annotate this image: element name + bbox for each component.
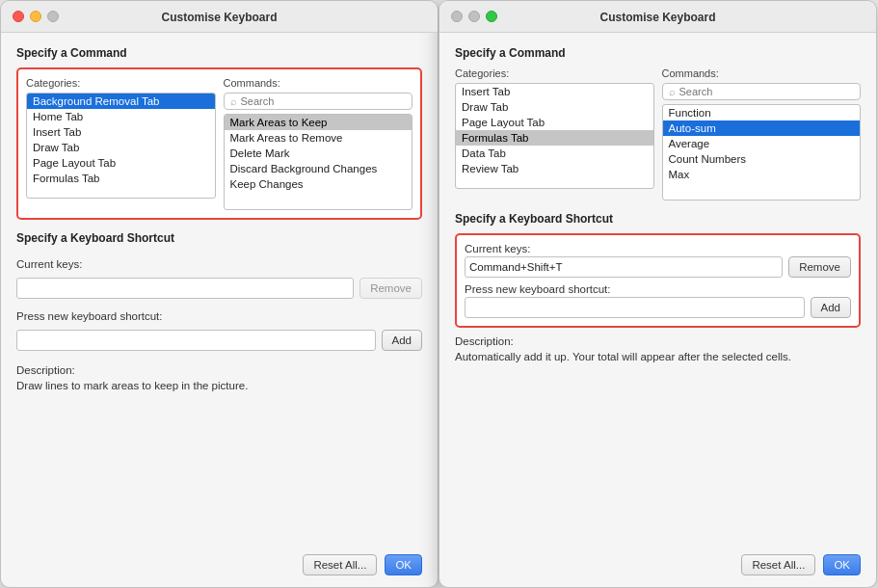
- right-categories-col: Categories: Insert Tab Draw Tab Page Lay…: [455, 67, 654, 200]
- left-commands-col: Commands: ⌕ Mark Areas to Keep Mark Area…: [224, 77, 413, 210]
- right-dialog-body: Specify a Command Categories: Insert Tab…: [439, 33, 876, 547]
- left-categories-col: Categories: Background Removal Tab Home …: [26, 77, 216, 210]
- left-search-box[interactable]: ⌕: [224, 93, 413, 110]
- right-command-item-2[interactable]: Average: [663, 136, 861, 151]
- left-specify-command-label: Specify a Command: [16, 46, 422, 60]
- right-maximize-button[interactable]: [486, 11, 497, 22]
- left-reset-button[interactable]: Reset All...: [303, 554, 377, 575]
- right-command-item-4[interactable]: Max: [663, 167, 861, 182]
- left-ok-button[interactable]: OK: [385, 554, 422, 575]
- right-command-item-1[interactable]: Auto-sum: [663, 120, 861, 136]
- right-ok-button[interactable]: OK: [823, 554, 861, 575]
- right-description-area: Description: Automatically add it up. Yo…: [455, 335, 861, 364]
- right-category-item-2[interactable]: Page Layout Tab: [456, 115, 653, 130]
- left-command-grid: Categories: Background Removal Tab Home …: [26, 77, 412, 210]
- right-commands-col: Commands: ⌕ Function Auto-sum Average Co…: [662, 67, 862, 200]
- right-specify-command-section: Specify a Command Categories: Insert Tab…: [455, 46, 861, 200]
- left-description-text: Draw lines to mark areas to keep in the …: [16, 378, 422, 393]
- left-command-item-2[interactable]: Delete Mark: [225, 146, 412, 161]
- left-category-item-5[interactable]: Formulas Tab: [27, 171, 215, 186]
- left-description-label: Description:: [16, 364, 422, 376]
- right-add-button[interactable]: Add: [811, 297, 851, 318]
- right-commands-label: Commands:: [662, 67, 862, 79]
- left-current-keys-input[interactable]: [16, 278, 354, 299]
- left-dialog: Customise Keyboard Specify a Command Cat…: [0, 0, 439, 588]
- left-commands-list[interactable]: Mark Areas to Keep Mark Areas to Remove …: [224, 114, 413, 210]
- left-search-input[interactable]: [241, 95, 407, 107]
- right-remove-button[interactable]: Remove: [788, 256, 851, 278]
- right-command-grid: Categories: Insert Tab Draw Tab Page Lay…: [455, 67, 861, 200]
- right-categories-list[interactable]: Insert Tab Draw Tab Page Layout Tab Form…: [455, 83, 654, 189]
- left-command-item-4[interactable]: Keep Changes: [225, 176, 412, 192]
- left-remove-button[interactable]: Remove: [359, 278, 422, 299]
- right-description-label: Description:: [455, 335, 861, 347]
- right-press-new-label: Press new keyboard shortcut:: [465, 283, 851, 295]
- right-shortcut-title: Specify a Keyboard Shortcut: [455, 212, 861, 226]
- left-dialog-title: Customise Keyboard: [161, 11, 277, 24]
- left-footer: Reset All... OK: [1, 547, 438, 587]
- right-dialog-title: Customise Keyboard: [599, 11, 715, 24]
- left-category-item-3[interactable]: Draw Tab: [27, 140, 215, 155]
- left-shortcut-section: Specify a Keyboard Shortcut Current keys…: [16, 231, 422, 393]
- right-description-text: Automatically add it up. Your total will…: [455, 349, 861, 364]
- right-command-item-0[interactable]: Function: [663, 105, 861, 120]
- right-command-item-3[interactable]: Count Numbers: [663, 151, 861, 167]
- right-category-item-3[interactable]: Formulas Tab: [456, 130, 653, 146]
- right-minimize-button[interactable]: [468, 11, 480, 22]
- right-category-item-4[interactable]: Data Tab: [456, 146, 653, 161]
- right-specify-command-box: Categories: Insert Tab Draw Tab Page Lay…: [455, 67, 861, 200]
- left-command-item-3[interactable]: Discard Background Changes: [225, 161, 412, 176]
- left-command-item-1[interactable]: Mark Areas to Remove: [225, 130, 412, 146]
- right-press-new-input[interactable]: [465, 297, 805, 318]
- right-search-box[interactable]: ⌕: [662, 83, 862, 100]
- left-categories-label: Categories:: [26, 77, 216, 89]
- left-titlebar: Customise Keyboard: [1, 1, 438, 33]
- right-categories-label: Categories:: [455, 67, 654, 79]
- left-add-button[interactable]: Add: [382, 330, 422, 351]
- left-search-icon: ⌕: [230, 95, 237, 107]
- left-press-new-row: Add: [16, 330, 422, 351]
- right-reset-button[interactable]: Reset All...: [741, 554, 815, 575]
- left-traffic-lights: [13, 11, 59, 22]
- left-maximize-button[interactable]: [47, 11, 59, 22]
- right-traffic-lights: [451, 11, 497, 22]
- left-category-item-4[interactable]: Page Layout Tab: [27, 155, 215, 171]
- right-current-keys-input[interactable]: [465, 256, 783, 278]
- right-search-input[interactable]: [679, 86, 855, 97]
- right-shortcut-box: Current keys: Remove Press new keyboard …: [455, 233, 861, 328]
- left-commands-label: Commands:: [224, 77, 413, 89]
- right-category-item-0[interactable]: Insert Tab: [456, 84, 653, 99]
- right-search-icon: ⌕: [669, 86, 676, 97]
- left-press-new-input[interactable]: [16, 330, 376, 351]
- left-press-new-label: Press new keyboard shortcut:: [16, 310, 422, 322]
- right-commands-list[interactable]: Function Auto-sum Average Count Numbers …: [662, 104, 862, 200]
- left-specify-command-box: Categories: Background Removal Tab Home …: [16, 67, 422, 220]
- right-specify-command-label: Specify a Command: [455, 46, 861, 60]
- right-current-keys-row: Remove: [465, 256, 851, 278]
- left-minimize-button[interactable]: [30, 11, 41, 22]
- left-specify-command-section: Specify a Command Categories: Background…: [16, 46, 422, 220]
- right-close-button[interactable]: [451, 11, 463, 22]
- right-titlebar: Customise Keyboard: [439, 1, 876, 33]
- right-current-keys-label: Current keys:: [465, 243, 851, 254]
- right-press-new-row: Add: [465, 297, 851, 318]
- left-current-keys-label: Current keys:: [16, 258, 422, 270]
- right-dialog: Customise Keyboard Specify a Command Cat…: [439, 0, 877, 588]
- left-categories-list[interactable]: Background Removal Tab Home Tab Insert T…: [26, 93, 216, 199]
- left-shortcut-title: Specify a Keyboard Shortcut: [16, 231, 422, 245]
- left-close-button[interactable]: [13, 11, 24, 22]
- right-shortcut-section: Specify a Keyboard Shortcut Current keys…: [455, 212, 861, 364]
- right-category-item-5[interactable]: Review Tab: [456, 161, 653, 176]
- right-footer: Reset All... OK: [439, 547, 876, 587]
- left-category-item-1[interactable]: Home Tab: [27, 109, 215, 124]
- left-current-keys-row: Remove: [16, 278, 422, 299]
- left-description-area: Description: Draw lines to mark areas to…: [16, 364, 422, 393]
- left-category-item-0[interactable]: Background Removal Tab: [27, 94, 215, 109]
- left-command-item-0[interactable]: Mark Areas to Keep: [225, 115, 412, 130]
- left-dialog-body: Specify a Command Categories: Background…: [1, 33, 438, 547]
- left-category-item-2[interactable]: Insert Tab: [27, 124, 215, 140]
- right-category-item-1[interactable]: Draw Tab: [456, 99, 653, 115]
